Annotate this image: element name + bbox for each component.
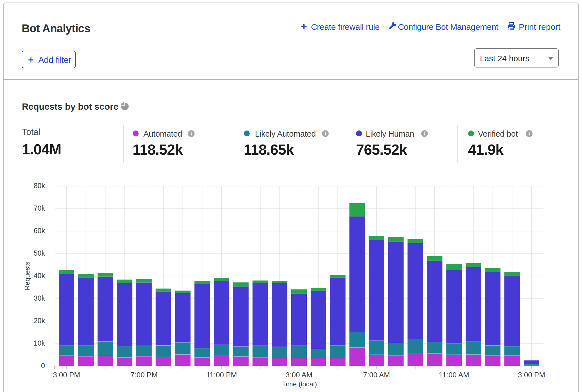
svg-text:Requests: Requests [23, 262, 31, 290]
svg-text:7:00 PM: 7:00 PM [130, 371, 158, 379]
svg-text:70k: 70k [34, 204, 45, 212]
svg-text:40k: 40k [34, 272, 45, 280]
svg-text:10k: 10k [34, 339, 45, 347]
svg-text:50k: 50k [34, 249, 45, 257]
svg-text:20k: 20k [34, 317, 45, 325]
svg-text:11:00 PM: 11:00 PM [206, 371, 237, 379]
svg-text:30k: 30k [34, 294, 45, 302]
svg-text:11:00 AM: 11:00 AM [439, 371, 469, 379]
svg-text:3:00 AM: 3:00 AM [286, 371, 312, 379]
svg-text:80k: 80k [34, 182, 45, 190]
svg-text:0: 0 [41, 362, 45, 370]
svg-text:7:00 AM: 7:00 AM [363, 371, 390, 379]
svg-text:3:00 PM: 3:00 PM [518, 371, 545, 379]
svg-text:60k: 60k [34, 227, 45, 235]
svg-text:Time (local): Time (local) [282, 380, 317, 388]
svg-text:3:00 PM: 3:00 PM [53, 371, 80, 379]
